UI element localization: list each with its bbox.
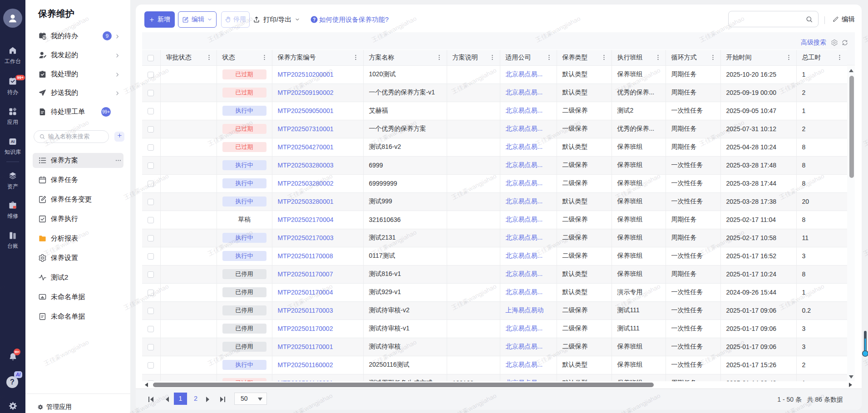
svg-text:?: ? (313, 17, 316, 22)
svg-text:AI: AI (11, 139, 15, 144)
